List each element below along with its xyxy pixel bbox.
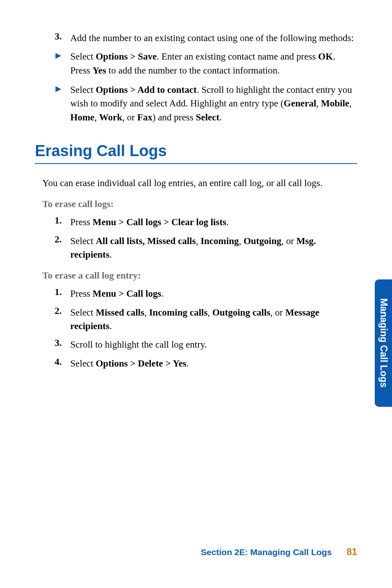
- text-span: Press: [70, 288, 92, 299]
- page-footer: Section 2E: Managing Call Logs 81: [201, 546, 357, 558]
- list-marker: 1.: [55, 215, 70, 229]
- text-span: Press: [70, 217, 92, 227]
- bold-span: Fax: [137, 112, 152, 122]
- intro-paragraph: You can erase individual call log entrie…: [35, 176, 357, 190]
- sub-heading-erase-entry: To erase a call log entry:: [35, 270, 357, 281]
- list-item: 2. Select All call lists, Missed calls, …: [35, 234, 357, 262]
- list-text: Press Menu > Call logs.: [70, 287, 164, 300]
- list-marker: 3.: [55, 31, 70, 45]
- bold-span: Options > Add to contact: [96, 85, 197, 95]
- bold-span: Select: [196, 112, 219, 122]
- text-span: ,: [349, 98, 352, 108]
- text-span: ,: [316, 98, 321, 108]
- bold-span: Menu > Call logs: [92, 288, 161, 299]
- bullet-text: Select Options > Save. Enter an existing…: [70, 50, 357, 77]
- erase-entry-list: 1. Press Menu > Call logs. 2. Select Mis…: [35, 287, 357, 370]
- bold-span: Missed calls: [96, 307, 144, 318]
- bold-span: Outgoing: [244, 236, 281, 246]
- text-span: Select: [70, 307, 96, 318]
- text-span: Select: [70, 358, 96, 369]
- bold-span: Options > Delete > Yes: [96, 358, 187, 369]
- text-span: Select: [70, 51, 96, 62]
- svg-marker-0: [55, 53, 61, 59]
- list-text: Select All call lists, Missed calls, Inc…: [70, 234, 357, 262]
- text-span: Select: [70, 85, 96, 95]
- bullet-text: Select Options > Add to contact. Scroll …: [70, 83, 357, 124]
- list-item: 1. Press Menu > Call logs > Clear log li…: [35, 215, 357, 229]
- text-span: ,: [239, 236, 244, 246]
- side-tab-label: Managing Call Logs: [378, 298, 389, 387]
- footer-page-number: 81: [346, 546, 357, 558]
- list-item: 4. Select Options > Delete > Yes.: [35, 357, 357, 370]
- list-text: Select Options > Delete > Yes.: [70, 357, 189, 370]
- bold-span: Options > Save: [96, 51, 157, 62]
- section-heading: Erasing Call Logs: [35, 142, 357, 160]
- bold-span: Menu > Call logs > Clear log lists: [92, 217, 226, 227]
- text-span: .: [109, 249, 112, 260]
- text-span: ,: [144, 307, 149, 318]
- svg-marker-1: [55, 86, 61, 92]
- list-item-3: 3. Add the number to an existing contact…: [35, 31, 357, 45]
- side-tab: Managing Call Logs: [375, 279, 392, 407]
- text-span: , or: [281, 236, 296, 246]
- list-marker: 3.: [55, 338, 70, 351]
- text-span: .: [187, 358, 189, 369]
- text-span: . Enter an existing contact name and pre…: [157, 51, 318, 62]
- text-span: , or: [122, 112, 137, 122]
- text-span: ) and press: [152, 112, 196, 122]
- text-span: ,: [196, 236, 201, 246]
- bold-span: Home: [70, 112, 95, 122]
- bold-span: General: [284, 98, 316, 108]
- list-text: Add the number to an existing contact us…: [70, 31, 354, 45]
- text-span: .: [161, 288, 164, 299]
- bold-span: Outgoing calls: [212, 307, 270, 318]
- list-marker: 1.: [55, 287, 70, 300]
- list-text: Press Menu > Call logs > Clear log lists…: [70, 215, 229, 229]
- list-text: Scroll to highlight the call log entry.: [70, 338, 207, 351]
- triangle-right-icon: [55, 50, 70, 77]
- erase-logs-list: 1. Press Menu > Call logs > Clear log li…: [35, 215, 357, 261]
- list-marker: 2.: [55, 234, 70, 262]
- text-span: ,: [95, 112, 99, 122]
- text-span: Select: [70, 236, 96, 246]
- bold-span: OK: [318, 51, 333, 62]
- bullet-item-1: Select Options > Save. Enter an existing…: [35, 50, 357, 77]
- text-span: , or: [270, 307, 285, 318]
- list-marker: 4.: [55, 357, 70, 370]
- list-item: 2. Select Missed calls, Incoming calls, …: [35, 306, 357, 333]
- text-span: to add the number to the contact informa…: [106, 65, 280, 76]
- bold-span: All call lists, Missed calls: [96, 236, 196, 246]
- bold-span: Incoming calls: [149, 307, 208, 318]
- text-span: ,: [208, 307, 212, 318]
- triangle-right-icon: [55, 83, 70, 124]
- text-span: .: [109, 321, 112, 331]
- list-item: 1. Press Menu > Call logs.: [35, 287, 357, 300]
- text-span: .: [226, 217, 229, 227]
- heading-rule: [35, 163, 357, 164]
- text-span: .: [219, 112, 222, 122]
- list-marker: 2.: [55, 306, 70, 333]
- list-text: Select Missed calls, Incoming calls, Out…: [70, 306, 357, 333]
- sub-heading-erase-logs: To erase call logs:: [35, 199, 357, 210]
- bullet-item-2: Select Options > Add to contact. Scroll …: [35, 83, 357, 124]
- bold-span: Work: [99, 112, 122, 122]
- list-item: 3. Scroll to highlight the call log entr…: [35, 338, 357, 351]
- bold-span: Incoming: [201, 236, 239, 246]
- bold-span: Yes: [92, 65, 106, 76]
- footer-section-title: Section 2E: Managing Call Logs: [201, 547, 332, 557]
- bold-span: Mobile: [321, 98, 349, 108]
